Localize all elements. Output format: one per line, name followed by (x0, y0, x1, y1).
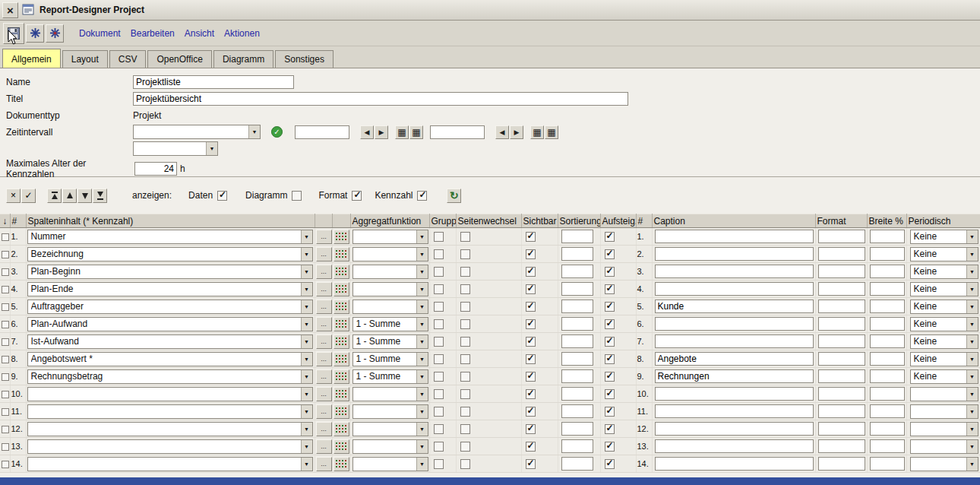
aggregat-select[interactable]: 1 - Summe ▼ (352, 369, 428, 384)
menu-item-aktionen[interactable]: Aktionen (224, 28, 260, 39)
row-select-checkbox[interactable] (2, 426, 9, 433)
gruppe-checkbox[interactable] (434, 459, 444, 469)
color-grid-button[interactable] (334, 230, 349, 244)
aufsteig-checkbox[interactable] (605, 459, 615, 469)
sortierung-input[interactable] (561, 317, 593, 331)
caption-input[interactable] (655, 457, 814, 471)
anzeigen-format-checkbox[interactable] (352, 191, 362, 201)
ellipsis-button[interactable]: ... (316, 230, 332, 244)
aggregat-select[interactable]: ▼ (352, 247, 428, 262)
ellipsis-button[interactable]: ... (316, 369, 332, 384)
aggregat-select[interactable]: ▼ (352, 387, 428, 401)
interval-start-next-button[interactable]: ▶ (375, 125, 388, 139)
aufsteig-checkbox[interactable] (605, 354, 615, 364)
sort-down-icon[interactable]: ↓ (2, 216, 8, 227)
column-content-select[interactable]: Ist-Aufwand ▼ (27, 334, 313, 349)
format-input[interactable] (818, 317, 865, 331)
aufsteig-checkbox[interactable] (605, 424, 615, 434)
periodisch-select[interactable]: ▼ (910, 404, 978, 419)
move-up-button[interactable] (62, 189, 77, 203)
periodisch-select[interactable]: ▼ (910, 457, 978, 471)
breite-input[interactable] (870, 317, 905, 331)
caption-input[interactable] (655, 422, 814, 436)
seitenwechsel-checkbox[interactable] (460, 302, 470, 312)
ellipsis-button[interactable]: ... (316, 334, 332, 349)
sichtbar-checkbox[interactable] (526, 284, 536, 294)
row-select-checkbox[interactable] (2, 286, 9, 293)
delete-row-button[interactable]: × (6, 189, 21, 203)
breite-input[interactable] (870, 422, 905, 436)
column-content-select[interactable]: ▼ (27, 422, 313, 436)
color-grid-button[interactable] (334, 334, 349, 349)
sichtbar-checkbox[interactable] (526, 424, 536, 434)
row-select-checkbox[interactable] (2, 408, 9, 416)
color-grid-button[interactable] (334, 457, 349, 471)
column-content-select[interactable]: Plan-Ende ▼ (27, 282, 313, 296)
aggregat-select[interactable]: ▼ (352, 265, 428, 279)
gruppe-checkbox[interactable] (434, 232, 444, 242)
sichtbar-checkbox[interactable] (526, 302, 536, 312)
aggregat-select[interactable]: 1 - Summe ▼ (352, 317, 428, 331)
sichtbar-checkbox[interactable] (526, 407, 536, 417)
periodisch-select[interactable]: Keine ▼ (910, 282, 978, 296)
max-alter-input[interactable] (134, 162, 177, 176)
starburst-button-2[interactable] (46, 24, 64, 43)
move-down-button[interactable] (77, 189, 92, 203)
caption-input[interactable] (655, 247, 814, 261)
breite-input[interactable] (870, 247, 905, 261)
color-grid-button[interactable] (334, 422, 349, 436)
interval-start-prev-button[interactable]: ◀ (360, 125, 374, 139)
move-bottom-button[interactable] (93, 189, 107, 203)
sichtbar-checkbox[interactable] (526, 319, 536, 329)
interval-end-calendar-button-2[interactable]: ▦ (545, 125, 558, 139)
aufsteig-checkbox[interactable] (605, 337, 615, 347)
zeitintervall-select[interactable]: ▼ (133, 125, 261, 139)
seitenwechsel-checkbox[interactable] (460, 319, 470, 329)
ellipsis-button[interactable]: ... (316, 300, 332, 314)
zeitintervall-unit-select[interactable]: ▼ (133, 141, 218, 156)
format-input[interactable] (818, 369, 865, 383)
row-select-checkbox[interactable] (2, 373, 9, 381)
ellipsis-button[interactable]: ... (316, 387, 332, 401)
interval-end-prev-button[interactable]: ◀ (495, 125, 509, 139)
periodisch-select[interactable]: Keine ▼ (910, 334, 978, 349)
sortierung-input[interactable] (561, 247, 593, 261)
sortierung-input[interactable] (561, 230, 593, 243)
color-grid-button[interactable] (334, 439, 349, 454)
tab-allgemein[interactable]: Allgemein (2, 49, 61, 68)
row-select-checkbox[interactable] (2, 356, 9, 363)
sichtbar-checkbox[interactable] (526, 354, 536, 364)
periodisch-select[interactable]: Keine ▼ (910, 230, 978, 244)
seitenwechsel-checkbox[interactable] (460, 337, 470, 347)
tab-sonstiges[interactable]: Sonstiges (275, 50, 334, 68)
format-input[interactable] (818, 457, 865, 471)
move-top-button[interactable] (47, 189, 62, 203)
format-input[interactable] (818, 282, 865, 296)
breite-input[interactable] (870, 230, 905, 243)
sortierung-input[interactable] (561, 334, 593, 348)
gruppe-checkbox[interactable] (434, 302, 444, 312)
refresh-button[interactable]: ↻ (447, 189, 461, 203)
save-button[interactable] (3, 23, 24, 44)
format-input[interactable] (818, 247, 865, 261)
gruppe-checkbox[interactable] (434, 354, 444, 364)
seitenwechsel-checkbox[interactable] (460, 249, 470, 259)
sortierung-input[interactable] (561, 404, 593, 418)
gruppe-checkbox[interactable] (434, 424, 444, 434)
color-grid-button[interactable] (334, 352, 349, 366)
caption-input[interactable] (655, 334, 814, 348)
color-grid-button[interactable] (334, 300, 349, 314)
sichtbar-checkbox[interactable] (526, 232, 536, 242)
breite-input[interactable] (870, 439, 905, 453)
caption-input[interactable] (655, 369, 814, 383)
interval-start-input[interactable] (295, 125, 349, 139)
row-select-checkbox[interactable] (2, 251, 9, 258)
menu-item-bearbeiten[interactable]: Bearbeiten (131, 28, 175, 39)
anzeigen-kennzahl-checkbox[interactable] (417, 191, 427, 201)
format-input[interactable] (818, 300, 865, 313)
sichtbar-checkbox[interactable] (526, 389, 536, 399)
gruppe-checkbox[interactable] (434, 319, 444, 329)
color-grid-button[interactable] (334, 404, 349, 419)
seitenwechsel-checkbox[interactable] (460, 442, 470, 452)
ellipsis-button[interactable]: ... (316, 439, 332, 454)
